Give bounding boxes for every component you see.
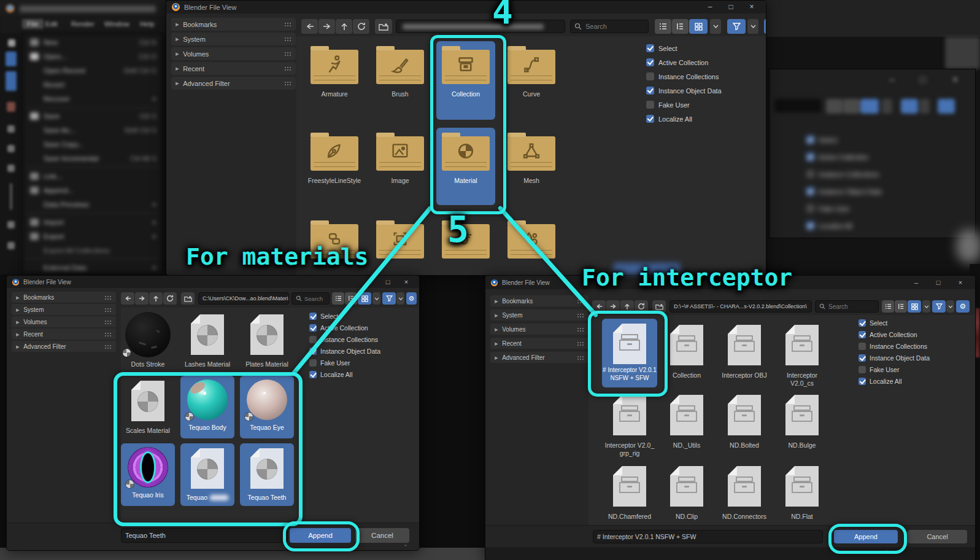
- file-menu-item[interactable]: External Data▸: [23, 260, 163, 274]
- filter-chevron[interactable]: [946, 300, 954, 313]
- sidebar-item-volumes[interactable]: ▶Volumes: [490, 324, 588, 335]
- filter-checkbox-select[interactable]: Select: [309, 313, 338, 320]
- chevron-down-icon[interactable]: [882, 99, 892, 114]
- minimize-button[interactable]: –: [905, 276, 927, 289]
- filter-chevron[interactable]: [396, 292, 404, 305]
- view-list-button[interactable]: [826, 99, 843, 114]
- menu-render[interactable]: Render: [71, 20, 95, 28]
- refresh-button[interactable]: [163, 292, 177, 305]
- titlebar[interactable]: Blender File View: [166, 1, 766, 14]
- new-folder-button[interactable]: [375, 19, 392, 34]
- filter-checkbox-row[interactable]: Active Collection: [806, 153, 868, 161]
- filter-checkbox-active-collection[interactable]: Active Collection: [858, 331, 917, 338]
- filter-checkbox-fake-user[interactable]: Fake User: [646, 101, 690, 109]
- file-menu-item[interactable]: Export▸: [23, 229, 163, 243]
- sidebar-item-bookmarks[interactable]: ▶Bookmarks: [490, 295, 588, 306]
- item-tile-nd-utils[interactable]: ND._Utils: [659, 389, 714, 457]
- nav-back-button[interactable]: [121, 292, 134, 305]
- sidebar-item-recent[interactable]: ▶Recent: [490, 338, 588, 349]
- filter-checkbox-active-collection[interactable]: Active Collection: [646, 58, 708, 66]
- display-mode-chevron[interactable]: [922, 300, 930, 313]
- path-field[interactable]: D:\~\# ASSETS\- - CHARA...s-V2.0.2.blend…: [669, 300, 812, 313]
- maximize-button[interactable]: □: [720, 1, 741, 14]
- display-mode-chevron[interactable]: [710, 19, 721, 34]
- file-menu-item[interactable]: Recover▸: [23, 91, 163, 106]
- blurred-field[interactable]: [774, 99, 821, 112]
- sidebar-item-advanced-filter[interactable]: ▶Advanced Filter: [12, 341, 116, 352]
- path-field[interactable]: C:\Users\CK\Dow...ao.blend\Material\: [198, 292, 289, 305]
- folder-tile-freestylelinestyle[interactable]: FreestyleLineStyle: [305, 128, 364, 205]
- file-menu-item[interactable]: Data Previews▸: [23, 197, 163, 211]
- sidebar-item-recent[interactable]: ▶Recent: [171, 62, 296, 75]
- nav-parent-button[interactable]: [336, 19, 352, 34]
- display-mode-chevron[interactable]: [372, 292, 380, 305]
- sidebar-item-system[interactable]: ▶System: [12, 304, 116, 315]
- filter-button[interactable]: [932, 300, 946, 313]
- view-grid-button[interactable]: [689, 19, 708, 34]
- sidebar-item-system[interactable]: ▶System: [171, 33, 296, 45]
- close-button[interactable]: ×: [741, 1, 762, 14]
- chevron-down-icon[interactable]: [920, 99, 930, 114]
- gear-settings-button[interactable]: ⚙: [406, 292, 417, 305]
- refresh-button[interactable]: [353, 19, 369, 34]
- filter-chevron[interactable]: [747, 19, 758, 34]
- nav-parent-button[interactable]: [149, 292, 163, 305]
- gear-settings-button[interactable]: ⚙: [764, 19, 766, 34]
- menu-window[interactable]: Window: [104, 20, 129, 28]
- search-field[interactable]: Search: [291, 292, 330, 305]
- filter-checkbox-instance-collections[interactable]: Instance Collections: [858, 343, 927, 350]
- sidebar-item-volumes[interactable]: ▶Volumes: [12, 316, 116, 327]
- filter-button[interactable]: [727, 19, 746, 34]
- file-menu-item[interactable]: Revert: [23, 77, 163, 91]
- view-list-button[interactable]: [332, 292, 344, 305]
- minimize-icon[interactable]: –: [889, 74, 895, 85]
- settings-gear-button[interactable]: [938, 99, 955, 114]
- file-menu-item[interactable]: Export All Collections: [23, 243, 163, 257]
- cancel-button[interactable]: Cancel: [908, 530, 967, 543]
- nav-forward-button[interactable]: [318, 19, 335, 34]
- filter-checkbox-fake-user[interactable]: Fake User: [309, 359, 350, 367]
- sidebar-item-advanced-filter[interactable]: ▶Advanced Filter: [171, 77, 296, 90]
- filter-checkbox-instance-object-data[interactable]: Instance Object Data: [858, 354, 930, 362]
- material-tile-plates[interactable]: Plates Material: [240, 311, 294, 372]
- view-detail-button[interactable]: [843, 99, 860, 114]
- filter-checkbox-instance-object-data[interactable]: Instance Object Data: [646, 87, 722, 95]
- close-icon[interactable]: ×: [952, 74, 958, 85]
- material-tile-dots-stroke[interactable]: Dots Stroke: [121, 311, 175, 372]
- item-tile-interceptor-obj[interactable]: Interceptor OBJ: [717, 319, 772, 387]
- view-list-button[interactable]: [882, 300, 894, 313]
- filter-checkbox-instance-object-data[interactable]: Instance Object Data: [309, 348, 380, 355]
- view-grid-button[interactable]: [860, 99, 879, 114]
- filter-checkbox-select[interactable]: Select: [646, 44, 677, 52]
- sidebar-item-bookmarks[interactable]: ▶Bookmarks: [12, 292, 116, 303]
- search-field[interactable]: Search: [570, 20, 649, 33]
- filter-checkbox-row[interactable]: Fake User: [806, 204, 850, 212]
- file-menu-item[interactable]: Save As...Shift Ctrl S: [23, 123, 163, 137]
- close-button[interactable]: ×: [397, 276, 415, 289]
- cancel-button[interactable]: Cancel: [355, 528, 409, 543]
- folder-tile-image[interactable]: Image: [371, 128, 430, 205]
- file-menu-item[interactable]: Save Copy...: [23, 137, 163, 151]
- filter-checkbox-row[interactable]: Localize All: [806, 222, 852, 230]
- resize-corner-icon[interactable]: ⌃: [403, 544, 408, 550]
- item-tile-interceptor-v20cs[interactable]: Interceptor V2.0_cs: [774, 319, 830, 387]
- menu-help[interactable]: Help: [140, 20, 155, 28]
- close-button[interactable]: ×: [949, 276, 971, 289]
- filter-button[interactable]: [382, 292, 396, 305]
- item-tile-nd-bolted[interactable]: ND.Bolted: [717, 389, 772, 457]
- view-detail-button[interactable]: [895, 300, 907, 313]
- view-list-button[interactable]: [655, 19, 671, 34]
- file-menu-item[interactable]: Link...: [23, 169, 163, 183]
- filter-checkbox-select[interactable]: Select: [858, 319, 887, 327]
- filter-button[interactable]: [901, 99, 918, 114]
- sidebar-item-bookmarks[interactable]: ▶Bookmarks: [171, 18, 296, 31]
- new-folder-button[interactable]: [181, 292, 195, 305]
- file-menu-item[interactable]: Open...Ctrl O: [23, 49, 163, 63]
- nav-forward-button[interactable]: [135, 292, 149, 305]
- file-menu-item[interactable]: Append...: [23, 183, 163, 197]
- file-menu-item[interactable]: Import▸: [23, 215, 163, 229]
- menu-file[interactable]: File: [22, 19, 44, 29]
- filename-field[interactable]: # Interceptor V2.0.1 NSFW + SFW: [593, 530, 823, 543]
- item-tile-nd-bulge[interactable]: ND.Bulge: [774, 389, 830, 457]
- item-tile-nd-clip[interactable]: ND.Clip: [659, 460, 714, 525]
